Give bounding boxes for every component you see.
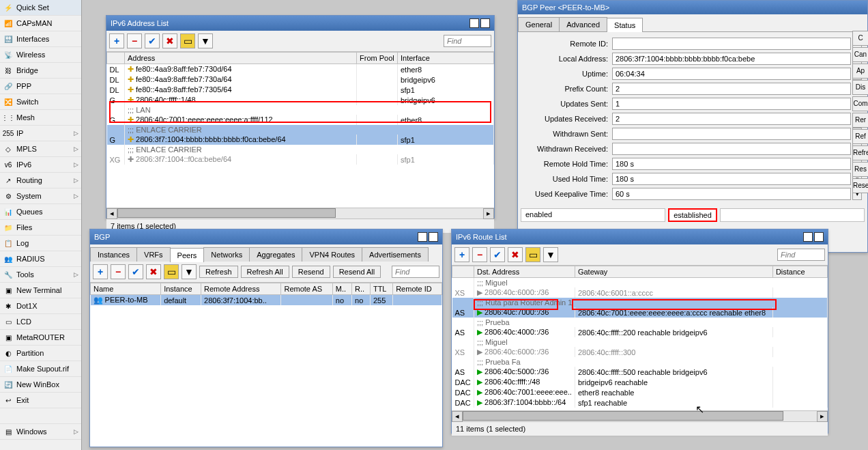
enable-button[interactable]: ✔ (490, 247, 505, 262)
resend-all-button[interactable]: Resend All (333, 266, 381, 278)
table-row[interactable]: AS▶ 2806:40c:5000::/362806:40c:ffff::500… (452, 367, 828, 377)
sidebar-item-routing[interactable]: ↗Routing▷ (0, 173, 81, 188)
table-row[interactable]: ;;; Prueba Fa (452, 357, 828, 367)
table-row[interactable]: DAC▶ 2806:3f7:1004:bbbb::/64sfp1 reachab… (452, 397, 828, 408)
tab-advertisements[interactable]: Advertisements (362, 247, 429, 262)
tab-vrfs[interactable]: VRFs (136, 247, 171, 262)
table-row[interactable]: ;;; ENLACE CARRIER (107, 125, 494, 135)
filter-button[interactable]: ▼ (182, 264, 197, 279)
sidebar-item-blank[interactable] (0, 408, 81, 424)
sidebar-item-exit[interactable]: ↩Exit (0, 393, 81, 408)
sidebar-item-windows[interactable]: ▤Windows▷ (0, 424, 81, 440)
disable-button[interactable]: ✖ (146, 264, 161, 279)
close-button[interactable]: ✕ (429, 232, 438, 242)
sidebar-item-make-supout.rif[interactable]: 📄Make Supout.rif (0, 361, 81, 377)
sidebar-item-ipv6[interactable]: v6IPv6▷ (0, 157, 81, 173)
sidebar-item-system[interactable]: ⚙System▷ (0, 188, 81, 204)
close-button[interactable]: ✕ (480, 18, 490, 28)
table-row[interactable]: XS▶ 2806:40c:6000::/362806:40c:6001::a:c… (452, 287, 828, 298)
tab-aggregates[interactable]: Aggregates (249, 247, 302, 262)
tab-vpn4 routes[interactable]: VPN4 Routes (302, 247, 362, 262)
sidebar-item-tools[interactable]: 🔧Tools▷ (0, 267, 81, 283)
table-row[interactable]: G✚ 2806:40c:ffff::1/48bridgeipv6 (107, 95, 494, 105)
side-button[interactable]: Rese (852, 178, 868, 193)
disable-button[interactable]: ✖ (162, 33, 177, 48)
resend-button[interactable]: Resend (292, 266, 330, 278)
column-header[interactable]: R.. (352, 283, 371, 295)
side-button[interactable]: C (852, 31, 868, 46)
tab-general[interactable]: General (518, 17, 560, 31)
remove-button[interactable]: − (127, 33, 142, 48)
titlebar[interactable]: BGP Peer <PEER-to-MB> (518, 1, 867, 14)
minimize-button[interactable]: ▁ (418, 232, 427, 242)
titlebar[interactable]: BGP ▁ ✕ (90, 229, 442, 244)
tab-peers[interactable]: Peers (170, 248, 205, 262)
table-row[interactable]: DL✚ fe80::4aa9:8aff:feb7:730a/64bridgeip… (107, 74, 494, 85)
minimize-button[interactable]: ▁ (803, 232, 813, 242)
sidebar-item-partition[interactable]: ◐Partition (0, 346, 81, 361)
side-button[interactable]: Can (852, 47, 868, 62)
sidebar-item-metarouter[interactable]: ▣MetaROUTER (0, 330, 81, 346)
table-row[interactable]: DL✚ fe80::4aa9:8aff:feb7:730d/64ether8 (107, 64, 494, 75)
tab-networks[interactable]: Networks (203, 247, 250, 262)
enable-button[interactable]: ✔ (145, 33, 160, 48)
sidebar-item-lcd[interactable]: ▭LCD (0, 314, 81, 330)
remove-button[interactable]: − (472, 247, 487, 262)
sidebar-item-mpls[interactable]: ◇MPLS▷ (0, 141, 81, 157)
titlebar[interactable]: IPv6 Address List ▁ ✕ (106, 16, 494, 31)
comment-button[interactable]: ▭ (180, 33, 195, 48)
tab-instances[interactable]: Instances (90, 247, 137, 262)
sidebar-item-log[interactable]: 📋Log (0, 236, 81, 251)
filter-button[interactable]: ▼ (198, 33, 213, 48)
sidebar-item-quick-set[interactable]: ⚡Quick Set (0, 0, 81, 16)
sidebar-item-queues[interactable]: 📊Queues (0, 204, 81, 220)
comment-button[interactable]: ▭ (525, 247, 540, 262)
table-row[interactable]: XG✚ 2806:3f7:1004::f0ca:bebe/64sfp1 (107, 154, 494, 165)
sidebar-item-mesh[interactable]: ⋮⋮Mesh (0, 110, 81, 126)
column-header[interactable]: Distance (772, 266, 827, 278)
column-header[interactable]: TTL (370, 283, 392, 295)
sidebar-item-wireless[interactable]: 📡Wireless (0, 47, 81, 63)
tab-status[interactable]: Status (607, 18, 643, 32)
side-button[interactable]: Refre (852, 145, 868, 160)
table-row[interactable]: XS▶ 2806:40c:6000::/362806:40c:ffff::300 (452, 347, 828, 357)
table-row[interactable]: ;;; Prueba (452, 318, 828, 327)
table-row[interactable]: 👥 PEER-to-MBdefault2806:3f7:1004:bb..non… (91, 295, 442, 306)
sidebar-item-capsman[interactable]: 📶CAPsMAN (0, 16, 81, 31)
refresh-button[interactable]: Refresh (199, 266, 238, 278)
sidebar-item-radius[interactable]: 👥RADIUS (0, 251, 81, 267)
column-header[interactable]: Instance (161, 283, 201, 295)
column-header[interactable]: Gateway (575, 266, 772, 278)
column-header[interactable]: Interface (398, 53, 494, 64)
close-button[interactable]: ✕ (814, 232, 824, 242)
table-row[interactable]: G✚ 2806:3f7:1004:bbbb:bbbb:bbbb:f0ca:beb… (107, 135, 494, 145)
sidebar-item-files[interactable]: 📁Files (0, 220, 81, 236)
table-row[interactable]: DAC▶ 2806:40c:7001:eeee:eee..ether8 reac… (452, 387, 828, 397)
filter-button[interactable]: ▼ (543, 247, 558, 262)
h-scrollbar[interactable]: ◂ ▸ (452, 410, 828, 421)
h-scrollbar[interactable]: ◂ ▸ (106, 208, 494, 219)
table-row[interactable]: ;;; Ruta para Router Admin 1 (452, 298, 828, 307)
table-row[interactable]: ;;; LAN (107, 105, 494, 115)
enable-button[interactable]: ✔ (128, 264, 143, 279)
sidebar-item-ip[interactable]: 255IP▷ (0, 126, 81, 141)
find-input[interactable] (444, 35, 491, 47)
side-button[interactable]: Ap (852, 64, 868, 79)
remove-button[interactable]: − (111, 264, 126, 279)
add-button[interactable]: + (93, 264, 108, 279)
sidebar-item-new-winbox[interactable]: 🔄New WinBox (0, 377, 81, 393)
sidebar-item-interfaces[interactable]: 🔛Interfaces (0, 31, 81, 47)
disable-button[interactable]: ✖ (508, 247, 523, 262)
refresh-all-button[interactable]: Refresh All (241, 266, 289, 278)
table-row[interactable]: AS▶ 2806:40c:7000::/362806:40c:7001:eeee… (452, 307, 828, 318)
column-header[interactable] (452, 266, 474, 278)
side-button[interactable]: Res (852, 162, 868, 177)
side-button[interactable]: Com (852, 96, 868, 111)
table-row[interactable]: AS▶ 2806:40c:4000::/362806:40c:ffff::200… (452, 327, 828, 337)
table-row[interactable]: ;;; Miguel (452, 337, 828, 347)
table-row[interactable]: ;;; Miguel (452, 278, 828, 288)
column-header[interactable]: Remote ID (393, 283, 442, 295)
column-header[interactable]: Remote Address (201, 283, 281, 295)
table-row[interactable]: ;;; ENLACE CARRIER (107, 145, 494, 154)
find-input[interactable] (777, 249, 825, 261)
